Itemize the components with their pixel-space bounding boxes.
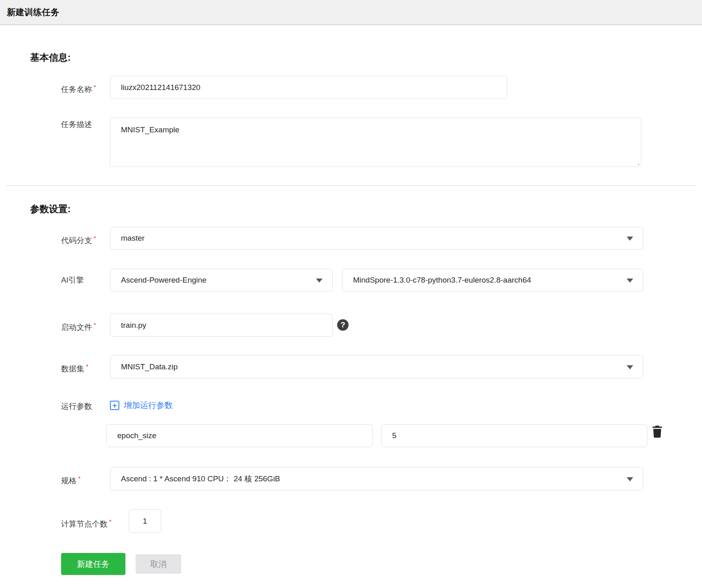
code-branch-label: 代码分支* [61,233,96,246]
node-count-input[interactable] [129,509,161,533]
task-name-label: 任务名称* [61,81,96,95]
code-branch-label-text: 代码分支 [61,236,92,245]
chevron-down-icon [316,279,322,283]
node-count-label: 计算节点个数* [61,516,112,530]
boot-file-input[interactable] [110,314,333,337]
required-asterisk: * [94,321,96,328]
section-heading-basic-info: 基本信息: [30,51,71,64]
boot-file-label: 启动文件* [61,319,96,333]
task-description-textarea[interactable]: MNIST_Example [110,118,641,167]
chevron-down-icon [627,477,633,481]
run-param-value-input[interactable] [381,424,647,447]
required-asterisk: * [86,363,88,370]
ai-engine-version-value: MindSpore-1.3.0-c78-python3.7-euleros2.8… [353,276,531,285]
ai-engine-label-text: AI引擎 [61,276,84,284]
spec-label-text: 规格 [61,476,77,485]
create-task-button[interactable]: 新建任务 [61,553,125,575]
add-run-param-link[interactable]: + 增加运行参数 [110,400,173,411]
chevron-down-icon [627,365,633,369]
page-title: 新建训练任务 [7,7,59,18]
task-description-label: 任务描述 [61,119,92,130]
section-divider [6,185,696,186]
dataset-select[interactable]: MNIST_Data.zip [110,355,643,378]
code-branch-select[interactable]: master [110,227,643,250]
run-params-label: 运行参数 [61,401,92,412]
dataset-value: MNIST_Data.zip [121,362,178,371]
section-heading-param-settings: 参数设置: [30,203,71,215]
ai-engine-version-select[interactable]: MindSpore-1.3.0-c78-python3.7-euleros2.8… [342,269,643,292]
task-name-input[interactable] [110,76,507,99]
add-square-icon: + [110,401,119,410]
required-asterisk: * [109,518,112,525]
dataset-label: 数据集* [61,361,88,375]
spec-value: Ascend : 1 * Ascend 910 CPU： 24 核 256GiB [121,474,280,484]
code-branch-value: master [121,234,145,243]
ai-engine-select[interactable]: Ascend-Powered-Engine [110,269,333,292]
help-icon[interactable]: ? [337,319,349,331]
task-name-label-text: 任务名称 [61,85,92,94]
boot-file-label-text: 启动文件 [61,323,92,331]
spec-select[interactable]: Ascend : 1 * Ascend 910 CPU： 24 核 256GiB [110,467,643,490]
plus-glyph: + [112,402,117,409]
node-count-label-text: 计算节点个数 [61,520,107,528]
dataset-label-text: 数据集 [61,364,84,373]
add-run-param-label: 增加运行参数 [124,400,173,411]
ai-engine-value: Ascend-Powered-Engine [121,276,206,285]
delete-icon[interactable] [651,425,664,439]
cancel-button[interactable]: 取消 [136,554,181,574]
required-asterisk: * [78,475,81,482]
ai-engine-label: AI引擎 [61,274,84,286]
chevron-down-icon [627,237,633,241]
page-header: 新建训练任务 [0,0,702,25]
required-asterisk: * [94,235,96,241]
chevron-down-icon [627,279,633,283]
task-description-label-text: 任务描述 [61,120,92,129]
run-params-label-text: 运行参数 [61,402,92,410]
required-asterisk: * [94,83,96,90]
run-param-key-input[interactable] [106,424,373,447]
spec-label: 规格* [61,473,81,487]
